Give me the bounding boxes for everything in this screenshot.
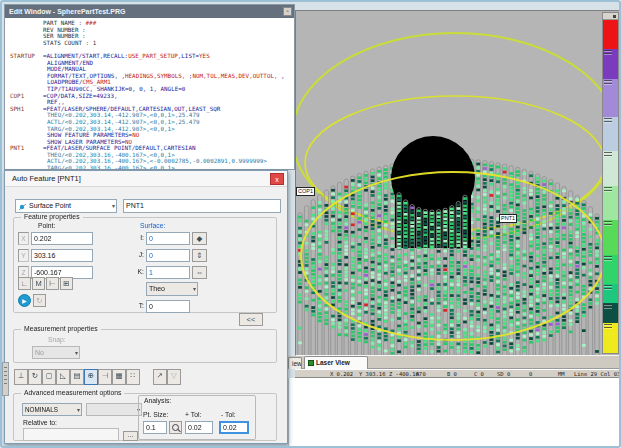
chevron-down-icon: ▾ — [112, 200, 115, 212]
laser-view-icon — [308, 360, 314, 366]
filter-button[interactable]: ▽ — [167, 369, 181, 385]
snap-label: Snap: — [48, 336, 66, 343]
code-line: REF,, — [10, 99, 294, 106]
i-value-input[interactable]: 0 — [146, 232, 190, 245]
pt-size-input[interactable]: 0.1 — [143, 421, 167, 434]
j-value-input[interactable]: 0 — [146, 249, 190, 262]
cop1-feature-label[interactable]: COP1 — [296, 187, 315, 196]
magnifier-icon-button[interactable] — [169, 421, 182, 434]
code-line: TARG/<0.202,303.14,-412.907>,<0,0,1> — [10, 126, 294, 133]
pnt1-feature-label[interactable]: PNT1 — [499, 214, 517, 223]
nominals-dropdown[interactable]: NOMINALS ▾ — [22, 403, 82, 416]
t-label: T: — [130, 302, 144, 309]
deviation-color-scale[interactable] — [602, 12, 619, 354]
edit-window: Edit Window - SpherePartTest.PRG ▫ PART … — [4, 4, 295, 170]
i-label: I: — [130, 234, 144, 241]
points-button[interactable]: ∷ — [126, 369, 140, 385]
relative-to-input[interactable] — [23, 428, 119, 441]
probe-hit-button[interactable]: ⊥ — [14, 369, 28, 385]
code-line: THEO/<0.202,303.14,-412.907>,<0,0,1>,25.… — [10, 112, 294, 119]
block-button[interactable]: ▦ — [112, 369, 126, 385]
code-line: STARTUP=ALIGNMENT/START,RECALL:USE_PART_… — [10, 53, 294, 60]
status-item: MM — [558, 371, 565, 378]
color-scale-band — [603, 79, 618, 117]
code-line: REV NUMBER : — [10, 27, 294, 34]
y-axis-label: Y — [18, 249, 29, 262]
corner-mode-button[interactable]: ◺ — [56, 369, 70, 385]
code-line: PART NAME : ### — [10, 20, 294, 27]
feature-type-dropdown[interactable]: Surface Point ▾ — [15, 199, 117, 213]
view-tabs: iew Laser View — [288, 356, 621, 369]
minus-tol-label: - Tol: — [221, 411, 236, 418]
status-item: A 0 — [416, 371, 426, 378]
feature-properties-group: Feature properties Point: Surface: X 0.2… — [13, 217, 277, 313]
nominals-mode-dropdown: ▾ — [86, 403, 142, 416]
edit-code[interactable]: PART NAME : ###REV NUMBER : SER NUMBER :… — [5, 18, 294, 169]
code-line: FORMAT/TEXT,OPTIONS, ,HEADINGS,SYMBOLS, … — [10, 73, 294, 80]
edit-window-titlebar[interactable]: Edit Window - SpherePartTest.PRG — [5, 5, 294, 18]
pin-location-button[interactable]: ⊢ — [46, 277, 59, 290]
auto-feature-dialog: Auto Feature [PNT1] x Surface Point ▾ PN… — [4, 170, 288, 444]
rectangular-coords-button[interactable]: ∟ — [18, 277, 31, 290]
minus-tol-input[interactable]: 0.02 — [219, 421, 249, 434]
advanced-options-label: Advanced measurement options — [21, 389, 124, 396]
color-scale-band — [603, 323, 618, 353]
color-scale-band — [603, 186, 618, 220]
move-path-button[interactable]: ↗ — [153, 369, 167, 385]
tab-graphics-view-partial[interactable]: iew — [288, 357, 302, 369]
close-icon[interactable]: x — [270, 173, 284, 185]
measurement-properties-group: Measurement properties Snap: No ▾ — [13, 329, 277, 363]
relative-to-label: Relative to: — [23, 419, 57, 426]
dialog-titlebar[interactable]: Auto Feature [PNT1] x — [5, 171, 287, 187]
rotate-button[interactable]: ↻ — [28, 369, 42, 385]
color-scale-band — [603, 49, 618, 79]
chevron-down-icon: ▾ — [193, 283, 196, 295]
color-scale-band — [603, 284, 618, 303]
chevron-down-icon: ▾ — [75, 347, 78, 359]
grid-button[interactable]: ⊞ — [60, 277, 73, 290]
point-label: Point: — [38, 222, 55, 229]
flip-vector-icon-button[interactable]: ⇕ — [192, 249, 207, 262]
analysis-box: Analysis: Pt. Size: + Tol: - Tol: 0.1 0.… — [138, 395, 256, 440]
color-scale-band — [603, 255, 618, 284]
code-line: SPH1=FEAT/LASER/SPHERE/DEFAULT,CARTESIAN… — [10, 106, 294, 113]
polar-coords-button[interactable]: M — [32, 277, 45, 290]
theo-dropdown[interactable]: Theo ▾ — [146, 282, 198, 296]
k-value-input[interactable]: 1 — [146, 266, 190, 279]
collapse-dialog-button[interactable]: << — [239, 313, 263, 326]
color-scale-header[interactable] — [603, 13, 618, 20]
regenerate-button[interactable]: ↻ — [33, 294, 46, 307]
target-mode-button[interactable]: ⊕ — [84, 369, 98, 385]
edit-window-restore-button[interactable]: ▫ — [283, 7, 292, 16]
browse-button[interactable]: ... — [123, 431, 138, 441]
surface-label: Surface: — [140, 222, 165, 229]
status-item: X 0.202 — [330, 371, 353, 378]
code-line: LOADPROBE/CMS_ARM1 — [10, 79, 294, 86]
x-value-input[interactable]: 0.202 — [31, 232, 93, 245]
t-value-input[interactable]: 0 — [146, 300, 190, 313]
feature-name-input[interactable]: PNT1 — [123, 199, 281, 213]
laser-graphics-view[interactable]: COP1 PNT1 — [295, 10, 621, 356]
status-item: C 0 — [474, 371, 484, 378]
code-line: TIP/T1AU90CC, SHANKIJK=0, 0, 1, ANGLE=0 — [10, 86, 294, 93]
surface-vector-icon-button[interactable]: ◆ — [192, 232, 207, 245]
test-point-button[interactable]: ▶ — [18, 294, 31, 307]
status-item: B 0 — [447, 371, 457, 378]
box-mode-button[interactable]: ◻ — [42, 369, 56, 385]
point-cloud-canvas[interactable] — [296, 11, 620, 355]
color-scale-bands — [603, 20, 618, 353]
y-value-input[interactable]: 303.16 — [31, 249, 93, 262]
chart-mode-button[interactable]: ▤ — [70, 369, 84, 385]
code-line: MODE/MANUAL — [10, 66, 294, 73]
docked-toolbar-fragment[interactable] — [2, 362, 9, 396]
tab-laser-view[interactable]: Laser View — [304, 356, 368, 369]
code-line: PNT1=FEAT/LASER/SURFACE POINT/DEFAULT,CA… — [10, 145, 294, 152]
align-vector-icon-button[interactable]: ⇔ — [192, 266, 207, 279]
plus-tol-input[interactable]: 0.02 — [185, 421, 213, 434]
probe-path-button[interactable]: ⊣ — [98, 369, 112, 385]
code-line: THEO/<0.202,303.16,-400.167>,<0,0,1> — [10, 152, 294, 159]
status-item: Line 29 Col 034 — [574, 371, 621, 378]
code-line: SHOW LASER PARAMETERS=NO — [10, 139, 294, 146]
status-item: 0 — [529, 371, 532, 378]
dialog-title: Auto Feature [PNT1] — [12, 174, 81, 183]
